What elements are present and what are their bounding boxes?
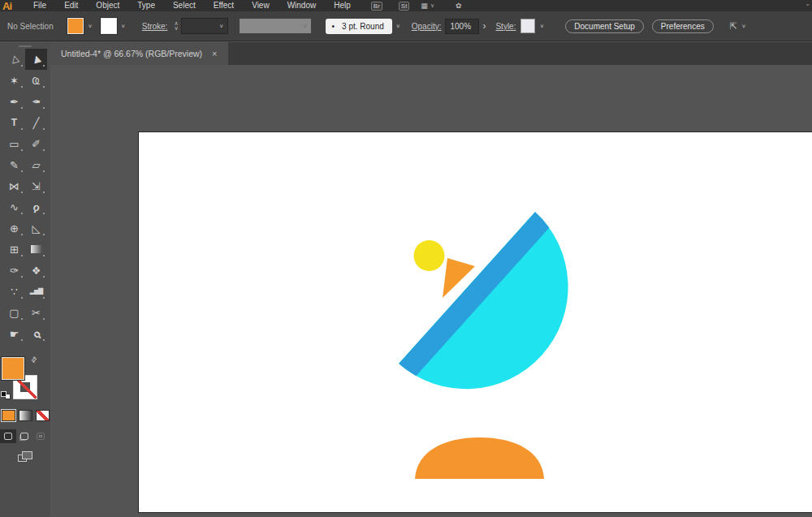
width-tool[interactable]: ∿ (3, 196, 25, 218)
stock-button[interactable]: St (399, 2, 410, 11)
selection-status: No Selection (7, 22, 61, 31)
menu-file[interactable]: File (24, 0, 55, 11)
curvature-tool[interactable]: ✒ (25, 91, 47, 112)
reflect-tool[interactable]: ⋈ (3, 175, 25, 196)
line-segment-tool[interactable]: ╱ (25, 112, 47, 133)
select-similar-icon[interactable]: ⇱ (730, 21, 737, 32)
menu-help[interactable]: Help (325, 0, 360, 11)
tab-close-icon[interactable]: × (212, 50, 217, 58)
signal-circle-shape[interactable] (414, 240, 445, 271)
menu-select[interactable]: Select (164, 0, 205, 11)
gradient-tool[interactable] (25, 239, 47, 260)
perspective-grid-tool[interactable]: ◺ (25, 218, 47, 239)
artboard-tool[interactable]: ▢ (3, 302, 25, 323)
artboard[interactable] (138, 131, 812, 513)
menu-object[interactable]: Object (87, 0, 128, 11)
fill-indicator[interactable] (2, 357, 24, 380)
scale-tool-icon: ⇲ (32, 181, 41, 192)
none-mode-button[interactable] (36, 410, 50, 421)
base-dome-shape[interactable] (415, 437, 544, 479)
width-tool-icon: ∿ (10, 202, 19, 213)
stroke-chevron-icon[interactable]: ∨ (121, 23, 126, 28)
rectangle-tool[interactable]: ▭ (3, 133, 25, 154)
menu-items: FileEditObjectTypeSelectEffectViewWindow… (24, 0, 360, 11)
artwork-satellite-dish (139, 132, 812, 512)
style-swatch[interactable] (520, 19, 535, 33)
eraser-tool[interactable]: ▱ (25, 154, 47, 175)
width-profile-dropdown: ∨ (240, 19, 311, 33)
stroke-label[interactable]: Stroke: (142, 22, 168, 31)
gradient-mode-button[interactable] (19, 410, 32, 421)
scale-tool[interactable]: ⇲ (25, 175, 47, 196)
direct-selection-tool[interactable]: ▶ (25, 49, 47, 70)
draw-inside-button (32, 429, 49, 443)
panel-grip[interactable] (19, 45, 32, 47)
zoom-tool[interactable]: ϙ (25, 323, 47, 344)
opacity-label[interactable]: Opacity: (412, 22, 442, 31)
document-tab[interactable]: Untitled-4* @ 66.67% (RGB/Preview) × (50, 42, 228, 65)
stroke-width-stepper[interactable]: ∧ ∨ (174, 21, 178, 31)
eyedropper-tool[interactable]: ✑ (3, 260, 25, 281)
pen-tool[interactable]: ✒ (3, 91, 25, 112)
column-graph-tool-icon: ▂▅▇ (30, 288, 42, 295)
brush-value: 3 pt. Round (342, 22, 384, 31)
menu-view[interactable]: View (243, 0, 279, 11)
stroke-width-dropdown[interactable]: ∨ (181, 18, 228, 34)
selection-tool[interactable]: ▷ (3, 49, 25, 70)
puppet-warp-tool[interactable]: ϙ (25, 196, 47, 218)
shape-builder-tool[interactable]: ⊕ (3, 218, 25, 239)
brush-chevron-icon[interactable]: ∨ (395, 23, 400, 28)
tab-bar: Untitled-4* @ 66.67% (RGB/Preview) × (50, 42, 812, 65)
workspace-chevron-icon[interactable]: ∨ (430, 2, 434, 9)
bridge-button[interactable]: Br (371, 2, 382, 11)
column-graph-tool[interactable]: ▂▅▇ (25, 281, 47, 302)
style-chevron-icon[interactable]: ∨ (539, 23, 544, 28)
slice-tool-icon: ✂ (32, 308, 41, 318)
lasso-tool[interactable]: Ҩ (25, 70, 47, 91)
line-segment-tool-icon: ╱ (33, 118, 40, 128)
blend-tool[interactable]: ❖ (25, 260, 47, 281)
select-similar-chevron-icon[interactable]: ∨ (741, 23, 746, 28)
hand-tool[interactable]: ☛ (3, 323, 25, 344)
fill-color-swatch[interactable] (67, 18, 84, 34)
eraser-tool-icon: ▱ (32, 160, 41, 170)
type-tool-icon: T (11, 118, 17, 127)
draw-normal-button[interactable] (0, 429, 16, 443)
menu-edit[interactable]: Edit (55, 0, 87, 11)
brush-definition-dropdown[interactable]: • 3 pt. Round (326, 19, 392, 34)
opacity-more-icon[interactable]: › (482, 20, 486, 32)
stroke-color-swatch[interactable] (101, 18, 117, 34)
document-setup-button[interactable]: Document Setup (565, 19, 644, 33)
style-label[interactable]: Style: (495, 22, 516, 31)
symbol-sprayer-tool[interactable]: ∵ (3, 281, 25, 302)
zoom-tool-icon: ϙ (30, 328, 42, 340)
mesh-tool[interactable]: ⊞ (3, 239, 25, 260)
hand-tool-icon: ☛ (10, 329, 19, 339)
lasso-tool-icon: Ҩ (32, 75, 41, 86)
pen-tool-icon: ✒ (10, 97, 19, 107)
workspace-switcher-icon[interactable]: ▦ (421, 2, 428, 10)
type-tool[interactable]: T (3, 112, 25, 133)
stroke-width-chevron-icon[interactable]: ∨ (219, 23, 224, 28)
swap-fill-stroke-icon[interactable]: ⇄ (29, 355, 39, 364)
draw-behind-button[interactable] (16, 429, 32, 443)
slice-tool[interactable]: ✂ (25, 302, 47, 323)
pencil-tool[interactable]: ✎ (3, 154, 25, 175)
brush-bullet: • (332, 22, 335, 31)
gpu-performance-icon[interactable]: ✿ (456, 2, 462, 10)
menu-type[interactable]: Type (128, 0, 164, 11)
screen-mode-button[interactable] (0, 448, 50, 466)
gradient-tool-icon (31, 245, 42, 253)
canvas-pasteboard[interactable] (50, 65, 812, 517)
opacity-value-field[interactable]: 100% (445, 19, 479, 34)
paintbrush-tool[interactable]: ✐ (25, 133, 47, 154)
color-mode-button[interactable] (2, 410, 15, 421)
menu-window[interactable]: Window (279, 0, 326, 11)
fill-chevron-icon[interactable]: ∨ (88, 23, 93, 28)
stepper-down-icon[interactable]: ∨ (174, 26, 178, 31)
default-fill-stroke-icon[interactable] (1, 391, 11, 399)
menu-effect[interactable]: Effect (205, 0, 243, 11)
profile-chevron-icon: ∨ (303, 23, 308, 28)
preferences-button[interactable]: Preferences (652, 19, 714, 33)
magic-wand-tool[interactable]: ✶ (3, 70, 25, 91)
